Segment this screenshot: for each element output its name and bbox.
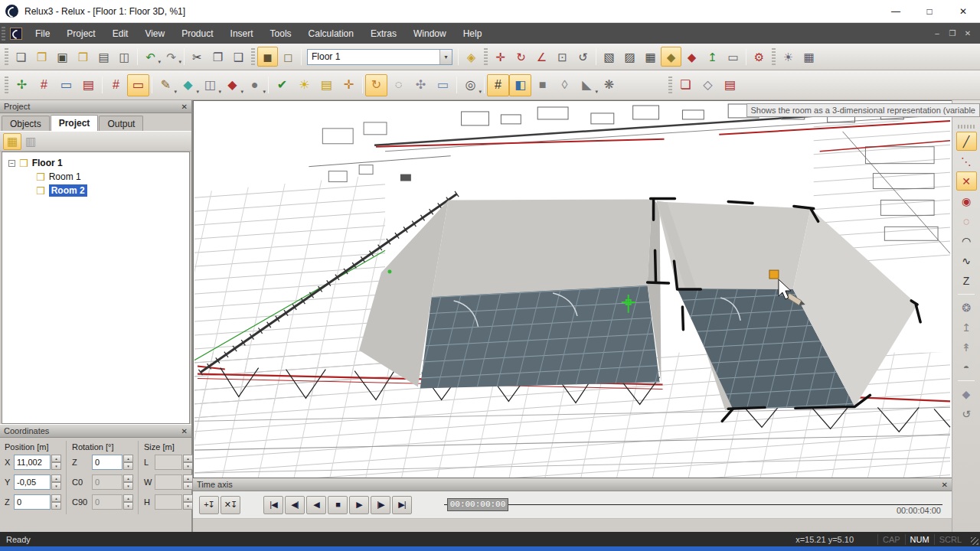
copy-button[interactable]: ❐ (207, 47, 228, 67)
new-file-button[interactable]: ❏ (11, 47, 31, 67)
draw-circle-button[interactable]: ◉ (956, 191, 977, 210)
go-start-button[interactable]: |◀ (263, 496, 283, 514)
drag-handle[interactable] (769, 270, 779, 279)
add-keyframe-button[interactable]: +↧ (199, 496, 219, 514)
page-settings-button[interactable]: ▤ (77, 74, 100, 96)
uplight-button[interactable]: ↥ (956, 318, 977, 337)
cut-button[interactable]: ✂ (187, 47, 207, 67)
edit-segment-button[interactable]: ⋱ (956, 152, 977, 171)
play-button[interactable]: ▶ (349, 496, 369, 514)
move-luminaires-button[interactable]: ✛ (338, 74, 360, 96)
insert-single-luminaire-button[interactable]: ▥ (21, 133, 40, 150)
draw-cross-button[interactable]: ✕ (956, 171, 977, 191)
door-window-button[interactable]: ◫▾ (199, 74, 221, 96)
plan-settings-button[interactable]: ▭ (55, 74, 77, 96)
step-forward-button[interactable]: |▶ (371, 496, 390, 514)
y-position-field[interactable] (14, 474, 51, 490)
coordinates-panel-close-icon[interactable]: ✕ (181, 427, 188, 435)
tree-label-room-1[interactable]: Room 1 (49, 171, 81, 182)
view-wireframe-button[interactable]: ◻ (278, 47, 299, 67)
mdi-close-button[interactable]: ✕ (960, 29, 975, 37)
output-report-button[interactable]: ▤ (719, 74, 741, 96)
select-area-button[interactable]: ▭ (432, 74, 454, 96)
collapse-icon[interactable]: − (8, 160, 15, 167)
stop-button[interactable]: ■ (328, 496, 348, 514)
room1-back-wall[interactable] (432, 199, 652, 296)
menu-calculation[interactable]: Calculation (300, 24, 362, 43)
insert-luminaire-field-button[interactable]: ▦ (3, 133, 21, 150)
grid-settings-button[interactable]: # (33, 74, 55, 96)
rotate-tool-button[interactable]: ↻ (511, 47, 531, 67)
dropdown-arrow-icon[interactable]: ▾ (178, 59, 181, 65)
menu-edit[interactable]: Edit (104, 24, 137, 43)
draw-polyline-button[interactable]: Z (956, 271, 977, 290)
rot-z-field[interactable] (92, 455, 122, 470)
zoom-actual-button[interactable]: ◎▾ (459, 74, 482, 96)
close-button[interactable]: ✕ (946, 0, 980, 22)
menu-product[interactable]: Product (173, 24, 221, 43)
cone-light-button[interactable]: ↟ (956, 337, 977, 357)
go-end-button[interactable]: ▶| (392, 496, 412, 514)
chevron-down-icon[interactable]: ▾ (439, 50, 452, 64)
delete-keyframe-button[interactable]: ✕↧ (220, 496, 240, 514)
measure-angle-button[interactable]: ∠ (531, 47, 552, 67)
view-3d-button[interactable]: ◼ (257, 47, 278, 67)
dropdown-arrow-icon[interactable]: ▾ (263, 89, 266, 95)
menu-tools[interactable]: Tools (262, 24, 300, 43)
menu-extras[interactable]: Extras (362, 24, 405, 43)
shadow-toggle-button[interactable]: ■ (531, 74, 554, 96)
orbit-scene-button[interactable]: ↺ (956, 404, 977, 423)
rotate-view-button[interactable]: ↻ (365, 74, 387, 96)
surface-tool-button[interactable]: ◆ (681, 47, 702, 67)
print-button[interactable]: ▤ (93, 47, 114, 67)
room-outline-button[interactable]: ▭ (127, 74, 149, 96)
tab-project[interactable]: Project (51, 115, 99, 131)
light-distribution-button[interactable]: ❋ (598, 74, 620, 96)
luminaire-config-button[interactable]: ☀ (778, 47, 799, 67)
project-panel-close-icon[interactable]: ✕ (181, 103, 188, 111)
minimize-button[interactable]: — (879, 0, 913, 22)
pan-view-button[interactable]: ✣ (410, 74, 432, 96)
tree-item-room-2[interactable]: ❒ Room 2 (2, 184, 189, 197)
maximize-button[interactable]: □ (913, 0, 946, 22)
raise-object-button[interactable]: ↥ (702, 47, 723, 67)
tree-item-floor-1[interactable]: − ❒ Floor 1 (2, 156, 189, 170)
orbit-tool-button[interactable]: ↺ (573, 47, 593, 67)
coordinate-axes-button[interactable]: ✢ (11, 74, 33, 96)
light-report-button[interactable]: ▤ (315, 74, 338, 96)
dropdown-arrow-icon[interactable]: ▾ (479, 89, 482, 95)
mdi-restore-button[interactable]: ❐ (945, 29, 960, 37)
time-axis-close-icon[interactable]: ✕ (942, 481, 948, 489)
rot-z-stepper[interactable]: ▴▾ (123, 455, 133, 470)
view-corner-right-button[interactable]: ▨ (619, 47, 640, 67)
snap-grid-button[interactable]: # (105, 74, 127, 96)
point-circle-button[interactable]: ◌ (956, 211, 977, 230)
x-position-stepper[interactable]: ▴▾ (51, 455, 61, 470)
timeline-current-time[interactable]: 00:00:00:00 (447, 498, 508, 511)
tab-objects[interactable]: Objects (2, 116, 50, 131)
view-cube-button[interactable]: ▦ (640, 47, 661, 67)
room-3d-button[interactable]: ◆ (661, 47, 681, 67)
save-as-button[interactable]: ❒ (73, 47, 93, 67)
animation-editor-button[interactable]: ▦ (799, 47, 819, 67)
save-button[interactable]: ▣ (52, 47, 73, 67)
settings-wrench-button[interactable]: ⚙ (749, 47, 769, 67)
floorplan-toggle-button[interactable]: ◧ (509, 74, 531, 96)
menu-help[interactable]: Help (455, 24, 491, 43)
paste-button[interactable]: ❑ (228, 47, 249, 67)
resize-grip[interactable] (971, 537, 978, 545)
menu-file[interactable]: File (27, 24, 58, 43)
scale-tool-button[interactable]: ⊡ (552, 47, 573, 67)
tab-output[interactable]: Output (99, 116, 143, 131)
y-position-stepper[interactable]: ▴▾ (51, 474, 61, 490)
open-file-button[interactable]: ❐ (31, 47, 52, 67)
x-position-field[interactable] (14, 455, 51, 470)
menu-project[interactable]: Project (58, 24, 103, 43)
luminaire-field-button[interactable]: ❏ (675, 74, 697, 96)
render-check-button[interactable]: ✔ (271, 74, 293, 96)
light-switch-button[interactable]: ☀ (293, 74, 315, 96)
mdi-minimize-button[interactable]: – (929, 29, 945, 37)
scene-box-button[interactable]: ◈ (461, 47, 482, 67)
workplane-toggle-button[interactable]: ◊ (554, 74, 576, 96)
undo-button[interactable]: ↶▾ (140, 47, 161, 67)
